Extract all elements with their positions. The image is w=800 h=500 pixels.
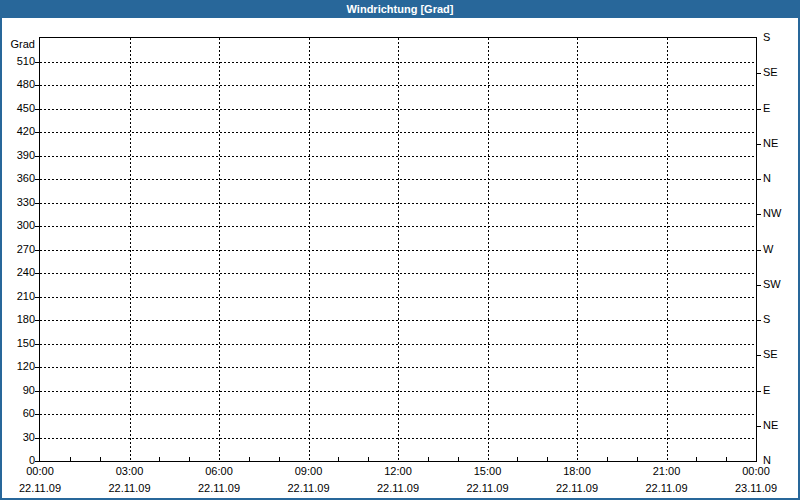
y-tick-mark [35,438,39,439]
right-axis-compass-label: SW [763,278,781,290]
x-date-label: 22.11.09 [645,482,687,494]
y-tick-label: 510 [0,55,35,67]
y-tick-label: 450 [0,102,35,114]
y-tick-label: 150 [0,337,35,349]
y-tick-label: 30 [0,431,35,443]
y-tick-mark [35,109,39,110]
v-gridline [577,38,578,461]
right-tick-mark [757,285,761,286]
right-tick-mark [757,426,761,427]
x-minor-tick [159,457,160,461]
y-tick-mark [35,179,39,180]
x-date-label: 22.11.09 [19,482,61,494]
right-axis-compass-label: NE [763,419,778,431]
x-minor-tick [607,457,608,461]
y-tick-mark [35,203,39,204]
x-minor-tick [189,457,190,461]
y-tick-mark [35,226,39,227]
right-tick-mark [757,73,761,74]
v-gridline [130,38,131,461]
right-tick-mark [757,214,761,215]
x-minor-tick [696,457,697,461]
x-minor-tick [279,457,280,461]
x-time-label: 18:00 [563,465,591,477]
right-tick-mark [757,391,761,392]
x-date-label: 22.11.09 [377,482,419,494]
x-minor-tick [458,457,459,461]
y-tick-mark [35,62,39,63]
y-tick-mark [35,297,39,298]
right-axis-compass-label: S [763,313,770,325]
x-minor-tick [338,457,339,461]
right-tick-mark [757,144,761,145]
y-tick-label: 390 [0,149,35,161]
right-axis-compass-label: SE [763,66,778,78]
y-tick-label: 120 [0,360,35,372]
right-axis-compass-label: E [763,102,770,114]
y-tick-label: 60 [0,407,35,419]
x-date-label: 22.11.09 [556,482,598,494]
x-time-label: 12:00 [384,465,412,477]
y-tick-mark [35,273,39,274]
y-tick-mark [35,344,39,345]
right-axis-compass-label: NW [763,207,781,219]
y-axis-unit-label: Grad [0,38,35,50]
x-time-label: 15:00 [474,465,502,477]
x-date-label: 22.11.09 [466,482,508,494]
y-tick-mark [35,391,39,392]
x-time-label: 09:00 [295,465,323,477]
v-gridline [309,38,310,461]
x-date-label: 22.11.09 [108,482,150,494]
right-tick-mark [757,320,761,321]
x-time-label: 03:00 [116,465,144,477]
x-minor-tick [368,457,369,461]
right-axis-compass-label: N [763,172,771,184]
chart-page: Windrichtung [Grad] Grad 510480450420390… [0,0,800,500]
x-date-label: 23.11.09 [735,482,777,494]
right-tick-mark [757,109,761,110]
y-tick-label: 240 [0,266,35,278]
y-tick-label: 420 [0,125,35,137]
y-tick-label: 480 [0,78,35,90]
x-time-label: 06:00 [205,465,233,477]
v-gridline [667,38,668,461]
y-tick-label: 330 [0,196,35,208]
y-tick-label: 210 [0,290,35,302]
right-axis-compass-label: SE [763,348,778,360]
right-tick-mark [757,250,761,251]
x-minor-tick [70,457,71,461]
x-minor-tick [249,457,250,461]
window-title: Windrichtung [Grad] [347,3,454,15]
x-minor-tick [637,457,638,461]
y-tick-mark [35,414,39,415]
right-axis-compass-label: NE [763,137,778,149]
right-axis-compass-label: E [763,384,770,396]
x-minor-tick [726,457,727,461]
x-time-label: 21:00 [653,465,681,477]
y-tick-mark [35,85,39,86]
y-tick-label: 360 [0,172,35,184]
y-tick-label: 270 [0,243,35,255]
x-time-label: 00:00 [26,465,54,477]
x-minor-tick [100,457,101,461]
plot-area [39,37,757,462]
frame-border-left [0,18,2,500]
y-tick-label: 90 [0,384,35,396]
y-tick-mark [35,250,39,251]
right-tick-mark [757,179,761,180]
right-tick-mark [757,355,761,356]
y-tick-label: 300 [0,219,35,231]
v-gridline [398,38,399,461]
x-date-label: 22.11.09 [198,482,240,494]
y-tick-mark [35,320,39,321]
y-tick-mark [35,461,39,462]
right-axis-compass-label: W [763,243,773,255]
x-minor-tick [547,457,548,461]
x-date-label: 22.11.09 [287,482,329,494]
v-gridline [488,38,489,461]
right-axis-compass-label: S [763,31,770,43]
y-tick-mark [35,156,39,157]
x-minor-tick [428,457,429,461]
v-gridline [219,38,220,461]
x-time-label: 00:00 [742,465,770,477]
